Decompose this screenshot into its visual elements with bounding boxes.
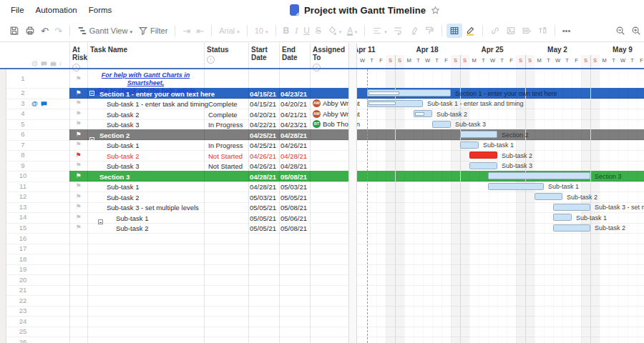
- column-header-status[interactable]: Statusi: [207, 46, 247, 68]
- column-header-task[interactable]: Task Name: [90, 46, 203, 68]
- row-number[interactable]: 12: [6, 193, 39, 200]
- row-number[interactable]: 23: [6, 307, 39, 314]
- end-date-cell[interactable]: 04/23/21: [280, 90, 307, 98]
- end-date-cell[interactable]: 04/28/21: [280, 152, 307, 160]
- gantt-bar[interactable]: [488, 172, 590, 179]
- at-risk-flag[interactable]: ⚑: [69, 76, 87, 82]
- row-number[interactable]: 8: [6, 151, 39, 159]
- row-number[interactable]: 26: [6, 339, 39, 343]
- row-number[interactable]: 17: [6, 245, 39, 252]
- insert-image-button[interactable]: [503, 24, 519, 38]
- row-number[interactable]: 13: [6, 204, 39, 211]
- align-left-button[interactable]: ▾: [369, 24, 390, 38]
- end-date-cell[interactable]: 04/21/21: [280, 111, 307, 119]
- link-button[interactable]: [487, 24, 503, 38]
- gantt-bar[interactable]: [488, 183, 544, 190]
- status-cell[interactable]: Not Started: [208, 162, 247, 170]
- start-date-cell[interactable]: 05/05/21: [250, 204, 276, 212]
- row-number[interactable]: 20: [6, 277, 39, 284]
- end-date-cell[interactable]: 05/03/21: [280, 183, 307, 191]
- gantt-bar[interactable]: [553, 214, 572, 221]
- at-risk-flag[interactable]: ⚑: [69, 204, 87, 210]
- clear-format-button[interactable]: [406, 24, 421, 38]
- help-link[interactable]: For help with Gantt Charts in Smartsheet…: [87, 71, 204, 87]
- row-report-button[interactable]: [519, 24, 535, 38]
- row-number[interactable]: 7: [6, 141, 39, 149]
- row-number[interactable]: 15: [6, 224, 39, 232]
- start-date-cell[interactable]: 04/22/21: [250, 121, 276, 129]
- print-button[interactable]: [22, 24, 38, 38]
- italic-button[interactable]: I: [292, 24, 301, 39]
- start-date-cell[interactable]: 04/28/21: [250, 183, 276, 191]
- row-number[interactable]: 9: [6, 162, 39, 169]
- collapse-toggle-icon[interactable]: [89, 91, 94, 96]
- end-date-cell[interactable]: 04/28/21: [280, 131, 307, 139]
- highlight-button[interactable]: [462, 24, 478, 38]
- gantt-bar[interactable]: [367, 89, 451, 96]
- more-button[interactable]: •••: [560, 24, 574, 37]
- at-risk-flag[interactable]: ⚑: [69, 141, 87, 148]
- start-date-cell[interactable]: 05/05/21: [250, 214, 276, 222]
- bold-button[interactable]: B: [280, 24, 293, 38]
- wrap-text-button[interactable]: [390, 24, 406, 38]
- at-risk-flag[interactable]: ⚑: [69, 90, 87, 96]
- section-name-cell[interactable]: Section 2: [99, 131, 247, 139]
- save-button[interactable]: [6, 24, 22, 38]
- column-header-atrisk[interactable]: AtRiski: [72, 46, 86, 68]
- row-number[interactable]: 18: [6, 256, 39, 263]
- fill-color-button[interactable]: ▾: [324, 24, 345, 38]
- column-header-end[interactable]: EndDate: [282, 46, 308, 68]
- task-name-cell[interactable]: Sub-task 2: [116, 224, 247, 232]
- gantt-bar[interactable]: [469, 151, 497, 159]
- end-date-cell[interactable]: 04/23/21: [280, 121, 307, 129]
- row-number[interactable]: 4: [6, 110, 39, 117]
- email-icon[interactable]: @: [31, 100, 38, 107]
- start-date-cell[interactable]: 04/25/21: [250, 131, 276, 139]
- row-number[interactable]: 10: [6, 172, 39, 179]
- menu-item-automation[interactable]: Automation: [36, 6, 77, 14]
- gantt-bar[interactable]: [553, 204, 590, 211]
- gantt-bar[interactable]: [535, 193, 562, 200]
- column-header-start[interactable]: StartDate: [251, 46, 278, 68]
- menu-item-file[interactable]: File: [11, 6, 24, 14]
- info-icon[interactable]: i: [207, 56, 215, 64]
- row-number[interactable]: 21: [6, 287, 39, 294]
- strikethrough-button[interactable]: S: [313, 24, 324, 38]
- favorite-star-icon[interactable]: [431, 6, 440, 15]
- filter-funnel-button[interactable]: Filter: [135, 24, 170, 38]
- start-date-cell[interactable]: 04/26/21: [250, 152, 276, 160]
- gantt-bar[interactable]: [367, 100, 423, 107]
- start-date-cell[interactable]: 05/03/21: [250, 194, 276, 202]
- start-date-cell[interactable]: 04/15/21: [250, 100, 276, 108]
- end-date-cell[interactable]: 05/08/21: [280, 173, 307, 181]
- at-risk-flag[interactable]: ⚑: [69, 131, 87, 138]
- at-risk-flag[interactable]: ⚑: [69, 214, 87, 221]
- at-risk-flag[interactable]: ⚑: [69, 100, 87, 106]
- row-number[interactable]: 11: [6, 183, 39, 190]
- start-date-cell[interactable]: 04/15/21: [250, 90, 276, 98]
- collapse-toggle-icon[interactable]: [98, 219, 103, 224]
- status-cell[interactable]: Not Started: [208, 152, 247, 160]
- end-date-cell[interactable]: 05/08/21: [280, 224, 307, 232]
- help-link-line[interactable]: For help with Gantt Charts in Smartsheet…: [87, 71, 204, 87]
- section-name-cell[interactable]: Section 1 - enter your own text here: [99, 90, 247, 98]
- at-risk-flag[interactable]: ⚑: [69, 183, 87, 189]
- gantt-bar[interactable]: [469, 162, 497, 169]
- collapse-toggle-icon[interactable]: [89, 184, 94, 189]
- task-name-cell[interactable]: Sub-task 3 - set multiple levels: [107, 204, 247, 212]
- at-risk-flag[interactable]: ⚑: [69, 111, 87, 117]
- row-number[interactable]: 6: [6, 131, 39, 138]
- end-date-cell[interactable]: 04/20/21: [280, 100, 307, 108]
- at-risk-flag[interactable]: ⚑: [69, 121, 87, 127]
- outdent-button[interactable]: ⇤: [193, 24, 207, 38]
- collapse-toggle-icon[interactable]: [89, 137, 94, 142]
- undo-button[interactable]: ↶: [38, 24, 52, 38]
- section-name-cell[interactable]: Section 3: [99, 173, 247, 181]
- end-date-cell[interactable]: 04/26/21: [280, 141, 307, 149]
- gantt-bar[interactable]: [432, 121, 451, 128]
- gantt-bar[interactable]: [414, 110, 432, 117]
- row-number[interactable]: 5: [6, 121, 39, 128]
- row-number[interactable]: 1: [6, 75, 39, 82]
- row-number[interactable]: 19: [6, 266, 39, 273]
- zoom-out-button[interactable]: [613, 24, 628, 38]
